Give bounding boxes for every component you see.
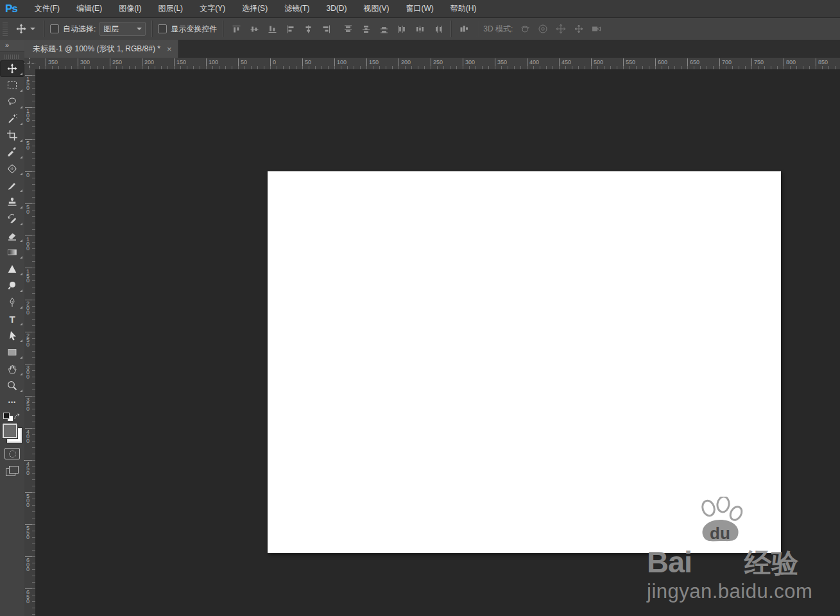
- clone-stamp-icon: [6, 196, 18, 208]
- options-bar: 自动选择: 图层 显示变换控件: [0, 18, 840, 40]
- menu-item-image[interactable]: 图像(I): [110, 0, 150, 17]
- menu-item-3d[interactable]: 3D(D): [318, 0, 355, 17]
- jingyan-brand-text: 经验: [744, 550, 798, 577]
- menu-item-layer[interactable]: 图层(L): [150, 0, 191, 17]
- chevron-down-icon: [137, 28, 142, 30]
- auto-align-layers-button[interactable]: [457, 22, 471, 36]
- distribute-right-edges-button[interactable]: [431, 22, 445, 36]
- tool-preset-move[interactable]: [13, 22, 38, 36]
- lasso-icon: [6, 96, 18, 108]
- type-tool-icon: T: [9, 314, 15, 324]
- tool-hand[interactable]: [0, 361, 24, 377]
- ruler-tick-label: 550: [623, 58, 635, 69]
- tool-lasso[interactable]: [0, 94, 24, 110]
- align-bottom-edges-button[interactable]: [265, 22, 279, 36]
- distribute-vertical-centers-button[interactable]: [359, 22, 373, 36]
- menu-item-edit[interactable]: 编辑(E): [68, 0, 110, 17]
- collapse-panel-button[interactable]: »: [0, 40, 24, 52]
- tool-clone-stamp[interactable]: [0, 194, 24, 210]
- 3d-zoom-camera-button[interactable]: [590, 22, 604, 36]
- distribute-top-edges-button[interactable]: [341, 22, 355, 36]
- edit-toolbar-button[interactable]: •••: [0, 394, 24, 411]
- ruler-tick-label: 750: [751, 58, 764, 69]
- align-left-edges-button[interactable]: [283, 22, 297, 36]
- show-transform-checkbox[interactable]: [158, 24, 167, 33]
- align-vertical-centers-button[interactable]: [247, 22, 261, 36]
- tool-eraser[interactable]: [0, 227, 24, 244]
- ruler-tick-label: 3 0 0: [25, 364, 35, 379]
- tool-sharpen[interactable]: [0, 261, 24, 277]
- foreground-color-swatch[interactable]: [3, 424, 17, 438]
- tool-rectangle-shape[interactable]: [0, 344, 24, 361]
- align-horizontal-centers-button[interactable]: [301, 22, 315, 36]
- options-bar-grip[interactable]: [3, 22, 8, 36]
- distribute-bottom-edges-button[interactable]: [377, 22, 391, 36]
- ruler-tick-label: 650: [687, 58, 699, 69]
- 3d-roll-camera-button[interactable]: [536, 22, 550, 36]
- ruler-tick-label: 500: [591, 58, 603, 69]
- swap-colors-icon[interactable]: [13, 413, 21, 421]
- tool-path-selection[interactable]: [0, 327, 24, 344]
- menu-item-type[interactable]: 文字(Y): [191, 0, 234, 17]
- hand-icon: [6, 363, 18, 375]
- screen-mode-button[interactable]: [6, 466, 19, 476]
- rectangular-marquee-icon: [6, 80, 18, 91]
- dodge-lollipop-icon: [6, 280, 18, 291]
- 3d-rotate-camera-button[interactable]: [518, 22, 532, 36]
- 3d-slide-camera-button[interactable]: [572, 22, 586, 36]
- align-right-edges-button[interactable]: [319, 22, 333, 36]
- ruler-tick-label: 450: [559, 58, 571, 69]
- baidu-du-text: du: [710, 524, 730, 543]
- flyout-indicator: [20, 256, 22, 259]
- auto-select-label: 自动选择:: [63, 24, 96, 35]
- separator: [44, 21, 44, 37]
- menu-item-window[interactable]: 窗口(W): [397, 0, 441, 17]
- document-tab[interactable]: 未标题-1 @ 100% (形状 1, RGB/8#) * ×: [24, 40, 179, 58]
- separator: [477, 21, 477, 37]
- tool-zoom[interactable]: [0, 377, 24, 394]
- ruler-tick-label: 150: [174, 58, 186, 69]
- quick-mask-mode-button[interactable]: [4, 448, 20, 459]
- tool-crop[interactable]: [0, 127, 24, 144]
- tool-horizontal-type[interactable]: T: [0, 311, 24, 327]
- ruler-tick-label: 3 5 0: [25, 396, 35, 411]
- horizontal-ruler[interactable]: 3503002502001501005005010015020025030035…: [35, 58, 840, 70]
- menu-item-help[interactable]: 帮助(H): [442, 0, 485, 17]
- menu-item-filter[interactable]: 滤镜(T): [276, 0, 318, 17]
- tool-spot-healing-brush[interactable]: [0, 160, 24, 177]
- ruler-tick-label: 400: [527, 58, 539, 69]
- tool-panel-grip[interactable]: [4, 53, 20, 60]
- tool-quick-selection[interactable]: [0, 110, 24, 127]
- menu-item-file[interactable]: 文件(F): [26, 0, 68, 17]
- tool-dodge[interactable]: [0, 277, 24, 294]
- vertical-ruler[interactable]: 1 5 01 0 05 005 01 0 01 5 02 0 02 5 03 0…: [24, 69, 36, 616]
- flyout-indicator: [20, 239, 22, 242]
- distribute-left-edges-button[interactable]: [395, 22, 409, 36]
- tool-eyedropper[interactable]: [0, 144, 24, 160]
- menu-item-select[interactable]: 选择(S): [234, 0, 276, 17]
- tool-history-brush[interactable]: [0, 210, 24, 227]
- flyout-indicator: [20, 389, 22, 392]
- tool-rectangular-marquee[interactable]: [0, 77, 24, 94]
- ruler-tick-label: 300: [78, 58, 90, 69]
- flyout-indicator: [20, 156, 22, 158]
- auto-select-checkbox[interactable]: [50, 24, 59, 33]
- auto-select-target-dropdown[interactable]: 图层: [99, 22, 146, 36]
- tool-move[interactable]: [0, 60, 24, 77]
- align-top-edges-button[interactable]: [229, 22, 243, 36]
- ruler-pointer-indicator: [24, 64, 35, 64]
- baidu-paw-icon: du: [694, 497, 746, 554]
- close-tab-icon[interactable]: ×: [167, 45, 172, 53]
- ruler-origin-corner[interactable]: [24, 58, 36, 70]
- tool-brush[interactable]: [0, 177, 24, 194]
- eyedropper-icon: [6, 146, 18, 158]
- ruler-tick-label: 100: [334, 58, 347, 69]
- menu-item-view[interactable]: 视图(V): [355, 0, 397, 17]
- distribute-horizontal-centers-button[interactable]: [413, 22, 427, 36]
- tool-gradient[interactable]: [0, 244, 24, 261]
- 3d-pan-camera-button[interactable]: [554, 22, 568, 36]
- flyout-indicator: [20, 73, 22, 75]
- default-colors-button[interactable]: [3, 413, 13, 421]
- document-canvas[interactable]: [268, 171, 781, 553]
- tool-pen[interactable]: [0, 294, 24, 311]
